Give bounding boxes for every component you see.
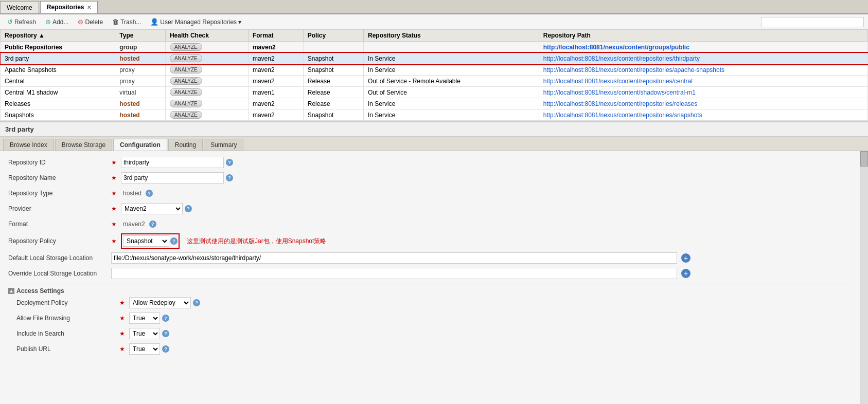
table-row[interactable]: Public Repositories group ANALYZE maven2… <box>1 42 868 53</box>
required-star: ★ <box>111 205 117 212</box>
format-value-group: ★ maven2 ? <box>111 219 156 229</box>
analyze-button[interactable]: ANALYZE <box>170 54 202 62</box>
analyze-button[interactable]: ANALYZE <box>170 111 202 119</box>
cell-name: Snapshots <box>1 109 115 121</box>
publish-url-value-group: ★ True False ? <box>119 343 169 355</box>
scroll-thumb[interactable] <box>860 151 868 167</box>
cell-status <box>363 42 539 53</box>
required-star: ★ <box>111 174 117 181</box>
form-row-default-local-storage: Default Local Storage Location + <box>8 252 852 264</box>
sub-tab-configuration[interactable]: Configuration <box>113 139 167 151</box>
cell-format: maven2 <box>248 53 303 64</box>
provider-select[interactable]: Maven2 <box>121 203 183 214</box>
repo-path-link[interactable]: http://localhost:8081/nexus/content/shad… <box>543 89 696 96</box>
search-input[interactable] <box>761 17 864 27</box>
help-icon-repository-policy[interactable]: ? <box>170 237 178 245</box>
help-icon-repository-id[interactable]: ? <box>226 159 233 166</box>
help-icon-publish-url[interactable]: ? <box>162 345 169 353</box>
help-icon-provider[interactable]: ? <box>185 205 192 212</box>
table-row[interactable]: Central proxy ANALYZE maven2 Release Out… <box>1 76 868 87</box>
repo-path-link[interactable]: http://localhost:8081/nexus/content/repo… <box>543 66 724 74</box>
sub-tab-summary[interactable]: Summary <box>204 139 243 151</box>
add-button[interactable]: ⊕ Add... <box>42 17 72 27</box>
analyze-button[interactable]: ANALYZE <box>170 100 202 107</box>
delete-label: Delete <box>85 19 103 26</box>
col-format[interactable]: Format <box>248 30 303 42</box>
include-in-search-select[interactable]: True False <box>129 328 160 339</box>
collapse-icon[interactable]: ▲ <box>8 288 14 294</box>
refresh-button[interactable]: ↺ Refresh <box>4 17 39 27</box>
repository-type-value-group: ★ hosted ? <box>111 189 153 198</box>
scroll-track[interactable] <box>860 151 868 404</box>
repository-id-input[interactable] <box>121 157 224 168</box>
help-icon-format[interactable]: ? <box>149 221 156 228</box>
repository-name-input[interactable] <box>121 172 224 183</box>
publish-url-select[interactable]: True False <box>129 343 160 355</box>
override-local-storage-input[interactable] <box>111 268 677 279</box>
form-area: Repository ID ★ ? Repository Name ★ ? <box>0 151 868 404</box>
repo-path-link[interactable]: http://localhost:8081/nexus/content/repo… <box>543 78 693 85</box>
help-icon-include-in-search[interactable]: ? <box>162 330 169 337</box>
repo-path-link[interactable]: http://localhost:8081/nexus/content/grou… <box>543 44 689 51</box>
provider-label: Provider <box>8 205 111 212</box>
analyze-button[interactable]: ANALYZE <box>170 77 202 85</box>
repo-path-link[interactable]: http://localhost:8081/nexus/content/repo… <box>543 100 698 107</box>
table-row[interactable]: Snapshots hosted ANALYZE maven2 Snapshot… <box>1 109 868 121</box>
repo-path-link[interactable]: http://localhost:8081/nexus/content/repo… <box>543 112 702 119</box>
add-default-storage-button[interactable]: + <box>681 253 690 263</box>
analyze-button[interactable]: ANALYZE <box>170 88 202 96</box>
sub-tabs: Browse Index Browse Storage Configuratio… <box>0 137 868 151</box>
table-row[interactable]: Central M1 shadow virtual ANALYZE maven1… <box>1 87 868 98</box>
tab-welcome[interactable]: Welcome <box>0 1 39 13</box>
allow-file-browsing-select[interactable]: True False <box>129 313 160 324</box>
help-icon-deployment-policy[interactable]: ? <box>193 299 200 306</box>
analyze-button[interactable]: ANALYZE <box>170 66 202 74</box>
repository-policy-select[interactable]: Snapshot Release <box>123 235 169 247</box>
help-icon-repository-type[interactable]: ? <box>146 190 153 197</box>
repo-table-container: Repository ▲ Type Health Check Format Po… <box>0 30 868 121</box>
cell-health-check: ANALYZE <box>165 76 248 87</box>
form-row-repository-id: Repository ID ★ ? <box>8 156 852 169</box>
sub-tab-routing[interactable]: Routing <box>168 139 203 151</box>
user-managed-button[interactable]: 👤 User Managed Repositories ▾ <box>147 17 244 27</box>
table-row[interactable]: 3rd party hosted ANALYZE maven2 Snapshot… <box>1 53 868 64</box>
user-managed-icon: 👤 <box>150 18 158 26</box>
col-status[interactable]: Repository Status <box>363 30 539 42</box>
tab-repositories[interactable]: Repositories ✕ <box>40 1 98 13</box>
default-local-storage-input[interactable] <box>111 252 677 264</box>
cell-path: http://localhost:8081/nexus/content/repo… <box>539 64 867 76</box>
cell-policy: Release <box>303 76 363 87</box>
deployment-policy-label: Deployment Policy <box>16 299 119 306</box>
help-icon-repository-name[interactable]: ? <box>226 174 233 181</box>
table-row[interactable]: Releases hosted ANALYZE maven2 Release I… <box>1 98 868 109</box>
detail-title: 3rd party <box>0 122 868 137</box>
add-override-storage-button[interactable]: + <box>681 269 690 278</box>
sub-tab-browse-storage[interactable]: Browse Storage <box>55 139 112 151</box>
col-repository[interactable]: Repository ▲ <box>1 30 115 42</box>
col-health-check[interactable]: Health Check <box>165 30 248 42</box>
repository-type-value: hosted <box>121 189 144 198</box>
help-icon-allow-file-browsing[interactable]: ? <box>162 315 169 322</box>
cell-health-check: ANALYZE <box>165 109 248 121</box>
form-row-publish-url: Publish URL ★ True False ? <box>16 343 852 355</box>
deployment-policy-select[interactable]: Allow Redeploy Disable Redeploy Read Onl… <box>129 297 191 308</box>
publish-url-label: Publish URL <box>16 345 119 353</box>
col-policy[interactable]: Policy <box>303 30 363 42</box>
col-type[interactable]: Type <box>115 30 166 42</box>
form-row-include-in-search: Include in Search ★ True False ? <box>16 327 852 340</box>
form-row-format: Format ★ maven2 ? <box>8 218 852 230</box>
detail-panel: 3rd party Browse Index Browse Storage Co… <box>0 121 868 404</box>
sub-tab-browse-index[interactable]: Browse Index <box>3 139 54 151</box>
trash-button[interactable]: 🗑 Trash... <box>109 17 144 27</box>
table-row[interactable]: Apache Snapshots proxy ANALYZE maven2 Sn… <box>1 64 868 76</box>
format-value: maven2 <box>121 219 147 229</box>
repository-name-value-group: ★ ? <box>111 172 233 183</box>
repo-path-link[interactable]: http://localhost:8081/nexus/content/repo… <box>543 55 700 62</box>
default-local-storage-value-group: + <box>111 252 690 264</box>
col-path[interactable]: Repository Path <box>539 30 867 42</box>
analyze-button[interactable]: ANALYZE <box>170 43 202 51</box>
close-icon[interactable]: ✕ <box>87 5 91 10</box>
delete-button[interactable]: ⊖ Delete <box>75 17 106 27</box>
trash-label: Trash... <box>120 19 141 26</box>
cell-path: http://localhost:8081/nexus/content/repo… <box>539 76 867 87</box>
